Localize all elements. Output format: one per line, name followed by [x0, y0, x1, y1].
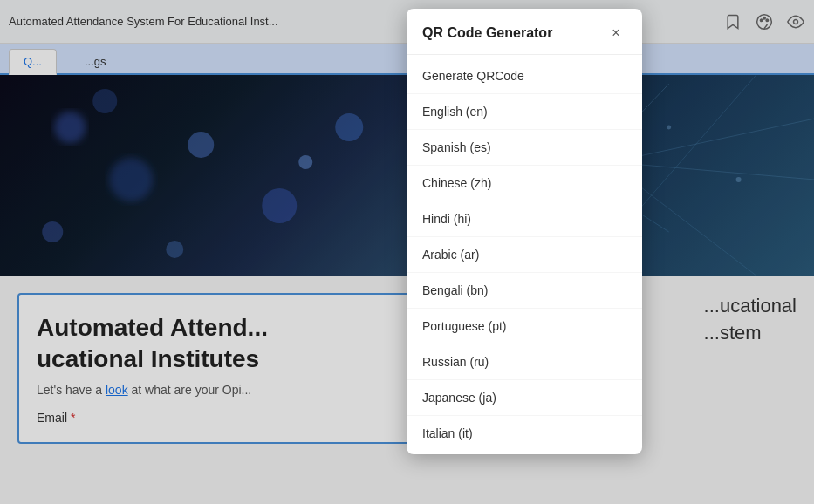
menu-item[interactable]: Portuguese (pt) — [407, 309, 642, 344]
menu-item[interactable]: Chinese (zh) — [407, 166, 642, 201]
modal-title: QR Code Generator — [422, 25, 552, 41]
menu-item[interactable]: Spanish (es) — [407, 130, 642, 166]
modal-close-button[interactable]: × — [605, 23, 626, 44]
modal-header: QR Code Generator × — [407, 9, 642, 55]
menu-item[interactable]: Generate QRCode — [407, 58, 642, 94]
menu-item[interactable]: Italian (it) — [407, 416, 642, 451]
menu-item[interactable]: Russian (ru) — [407, 344, 642, 380]
menu-item[interactable]: Japanese (ja) — [407, 380, 642, 416]
modal-dialog: QR Code Generator × Generate QRCodeEngli… — [407, 9, 642, 454]
menu-item[interactable]: English (en) — [407, 94, 642, 130]
menu-item[interactable]: Arabic (ar) — [407, 237, 642, 273]
menu-item[interactable]: Hindi (hi) — [407, 201, 642, 237]
modal-body: Generate QRCodeEnglish (en)Spanish (es)C… — [407, 55, 642, 454]
menu-item[interactable]: Bengali (bn) — [407, 273, 642, 309]
